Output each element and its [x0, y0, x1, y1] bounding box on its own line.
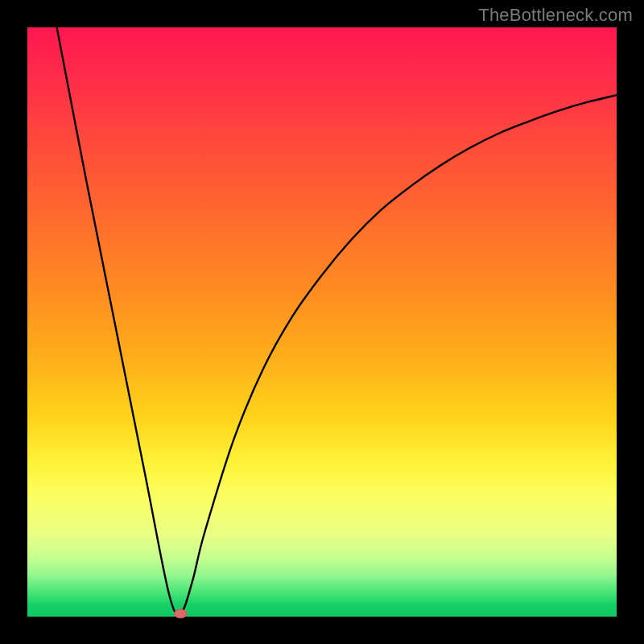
chart-frame: TheBottleneck.com	[0, 0, 644, 644]
chart-svg	[27, 27, 617, 617]
watermark-text: TheBottleneck.com	[478, 5, 633, 26]
plot-area	[27, 27, 617, 617]
optimum-marker	[174, 609, 187, 618]
bottleneck-curve	[57, 27, 617, 614]
